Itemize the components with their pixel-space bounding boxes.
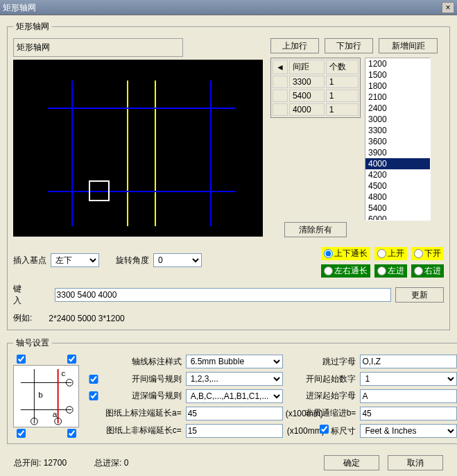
new-spacing-button[interactable]: 新增间距 [379,38,438,53]
axis-group: 轴号设置 c b a [7,337,457,444]
ext-c-input[interactable] [186,424,283,438]
update-button[interactable]: 更新 [395,287,444,303]
rotate-label: 旋转角度 [116,255,149,266]
insert-point-select[interactable]: 左下 [51,253,99,267]
grid-preview [13,60,263,237]
depth-start-label: 进深起始字母 [305,390,356,402]
clear-all-button[interactable]: 清除所有 [284,222,347,237]
radio-lr-full[interactable]: 左右通长 [321,264,370,278]
svg-text:b: b [38,390,43,399]
example-label: 例如: [13,312,32,324]
ext-c-unit: (x100mm) [287,426,301,436]
open-start-select[interactable]: 1 [360,372,457,386]
list-item[interactable]: 5400 [365,203,430,214]
ext-a-input[interactable] [186,407,283,420]
check-bot-right[interactable] [67,429,76,438]
spacing-table[interactable]: ◄ 间距 个数 33001 54001 40001 [270,58,361,118]
grid-group-legend: 矩形轴网 [13,21,52,33]
list-item[interactable]: 3000 [365,114,430,125]
add-above-button[interactable]: 上加行 [270,38,319,53]
list-item[interactable]: 1200 [365,58,430,69]
total-open-label: 总开间: [14,458,41,468]
open-rule-select[interactable]: 1,2,3,... [186,372,283,386]
svg-text:a: a [53,409,58,418]
list-item[interactable]: 4500 [365,180,430,192]
check-depth-rule[interactable] [86,391,101,400]
list-item[interactable]: 1500 [365,69,430,80]
rotate-select[interactable]: 0 [153,253,202,267]
open-rule-label: 开间编号规则 [105,373,182,385]
check-bot-left[interactable] [17,429,26,438]
grid-group: 矩形轴网 矩形轴网 [7,21,450,330]
check-top-right[interactable] [67,355,76,364]
add-below-button[interactable]: 下加行 [325,38,373,53]
nonthru-b-label: 非贯通缩进b= [305,407,356,419]
close-icon[interactable]: × [442,2,454,13]
ext-a-unit: (x100mm) [286,409,301,418]
cancel-button[interactable]: 取消 [388,455,443,470]
depth-start-input[interactable] [360,389,457,403]
list-item[interactable]: 2100 [365,92,430,103]
dialog-title: 矩形轴网 [3,0,36,15]
radio-left-adv[interactable]: 左进 [374,264,407,278]
style-select[interactable]: 6.5mm Bubble [186,355,283,368]
list-item[interactable]: 3900 [365,147,430,158]
example-value: 2*2400 5000 3*1200 [49,314,124,323]
inner-label: 矩形轴网 [17,42,50,52]
table-row[interactable]: 54001 [273,90,359,102]
nonthru-b-input[interactable] [360,407,457,420]
table-row[interactable]: 40001 [273,103,359,116]
list-item[interactable]: 3300 [365,125,430,136]
total-open-value: 12700 [44,458,67,468]
skip-input[interactable] [360,355,457,368]
ext-a-label: 图纸上标注端延长a= [105,407,182,419]
radio-ud-full[interactable]: 上下通长 [321,247,370,260]
style-label: 轴线标注样式 [105,356,182,368]
dim-unit-select[interactable]: Feet & Inches [360,424,457,438]
skip-label: 跳过字母 [305,356,356,368]
radio-down-open[interactable]: 下开 [411,247,444,260]
axis-group-legend: 轴号设置 [13,337,52,349]
check-open-rule[interactable] [86,375,101,384]
check-dim[interactable] [320,425,329,434]
depth-rule-label: 进深编号规则 [105,390,182,402]
spacing-input[interactable] [55,288,391,302]
col-count: 个数 [326,60,359,74]
open-start-label: 开间起始数字 [305,373,356,385]
list-item[interactable]: 1800 [365,80,430,92]
check-top-left[interactable] [17,355,26,364]
list-item[interactable]: 2400 [365,103,430,114]
axis-preview: c b a [13,365,79,427]
total-depth-label: 总进深: [94,458,121,468]
svg-text:c: c [62,368,66,377]
ok-button[interactable]: 确定 [324,455,379,470]
table-row[interactable]: 33001 [273,76,359,88]
list-item[interactable]: 6000 [365,214,430,221]
radio-up-open[interactable]: 上开 [374,247,407,260]
ext-c-label: 图纸上非标端延长c= [105,425,182,436]
list-item[interactable]: 4800 [365,192,430,203]
spacing-listbox[interactable]: 1200150018002100240030003300360039004000… [365,58,431,221]
list-item[interactable]: 4000 [365,158,430,169]
radio-right-adv[interactable]: 右进 [411,264,444,278]
insert-point-label: 插入基点 [13,255,46,266]
col-spacing: 间距 [289,60,325,74]
depth-rule-select[interactable]: A,B,C,...,A1,B1,C1,... [186,389,283,403]
row-marker-icon: ◄ [276,62,284,72]
total-depth-value: 0 [124,458,129,468]
input-label: 键入 [13,283,30,307]
list-item[interactable]: 4200 [365,169,430,180]
list-item[interactable]: 3600 [365,136,430,147]
